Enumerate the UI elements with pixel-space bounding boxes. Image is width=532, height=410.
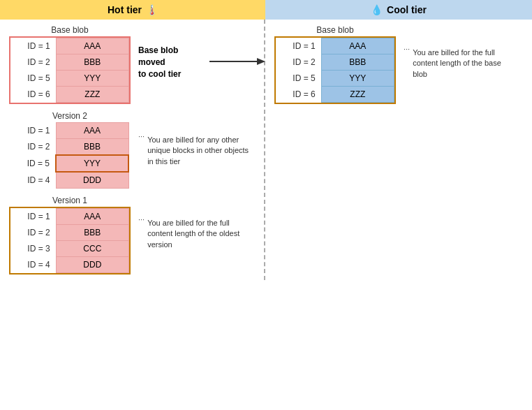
- hot-base-blob-wrapper: ID = 1 AAA ID = 2 BBB ID = 5 YYY ID =: [9, 36, 131, 104]
- row-value: CCC: [56, 241, 128, 257]
- table-row: ID = 1 AAA: [276, 38, 394, 54]
- cool-base-blob-wrapper: ID = 1 AAA ID = 2 BBB ID = 5 YYY ID =: [274, 36, 396, 104]
- left-panel: Base blob ID = 1 AAA ID = 2 BBB ID = 5: [7, 25, 265, 274]
- row-value: AAA: [56, 38, 128, 54]
- row-id: ID = 1: [276, 38, 321, 54]
- table-row: ID = 2 BBB: [10, 139, 128, 156]
- svg-marker-1: [257, 58, 265, 65]
- hot-tier-label: Hot tier: [108, 4, 142, 15]
- row-id: ID = 5: [276, 71, 321, 87]
- table-row: ID = 2 BBB: [276, 54, 394, 71]
- hot-base-blob-section: Base blob ID = 1 AAA ID = 2 BBB ID = 5: [7, 25, 265, 104]
- table-row: ID = 1 AAA: [10, 209, 129, 225]
- row-value: AAA: [321, 38, 394, 54]
- row-value: YYY: [56, 71, 128, 87]
- row-value: BBB: [56, 139, 128, 156]
- table-row: ID = 1 AAA: [10, 123, 128, 139]
- row-value: ZZZ: [321, 87, 394, 103]
- row-value: YYY: [321, 71, 394, 87]
- table-row: ID = 6 ZZZ: [276, 87, 394, 103]
- version1-section: Version 1 ID = 1 AAA ID = 2 BBB ID = 3: [7, 196, 265, 274]
- hot-base-blob-table-container: Base blob ID = 1 AAA ID = 2 BBB ID = 5: [7, 25, 133, 104]
- row-id: ID = 2: [10, 54, 56, 71]
- table-row: ID = 4 DDD: [10, 257, 129, 273]
- row-value: DDD: [56, 257, 128, 273]
- version1-table: ID = 1 AAA ID = 2 BBB ID = 3 CCC ID =: [10, 208, 129, 273]
- table-row: ID = 5 YYY: [10, 155, 128, 172]
- row-value: AAA: [56, 123, 128, 139]
- row-id: ID = 4: [10, 172, 56, 189]
- cool-base-blob-table: ID = 1 AAA ID = 2 BBB ID = 5 YYY ID =: [276, 38, 394, 103]
- row-id: ID = 5: [10, 71, 56, 87]
- version1-table-container: Version 1 ID = 1 AAA ID = 2 BBB ID = 3: [7, 196, 133, 274]
- version1-title: Version 1: [52, 196, 87, 205]
- base-blob-moved-annotation: Base blob movedto cool tier: [138, 45, 207, 80]
- main-content: Base blob ID = 1 AAA ID = 2 BBB ID = 5: [0, 20, 532, 280]
- row-value-highlighted: YYY: [56, 155, 128, 172]
- row-id: ID = 2: [276, 54, 321, 71]
- right-panel: Base blob ID = 1 AAA ID = 2 BBB ID = 5: [265, 25, 525, 274]
- row-value: BBB: [56, 225, 128, 241]
- hot-tier-header: Hot tier 🌡️: [0, 0, 265, 20]
- table-row: ID = 5 YYY: [276, 71, 394, 87]
- row-id: ID = 6: [10, 87, 56, 103]
- table-row: ID = 6 ZZZ: [10, 87, 129, 103]
- row-value: AAA: [56, 209, 128, 225]
- row-id: ID = 4: [10, 257, 56, 273]
- row-id: ID = 3: [10, 241, 56, 257]
- version2-title: Version 2: [52, 111, 87, 121]
- hot-icon: 🌡️: [146, 4, 158, 15]
- arrow-right: [209, 54, 265, 71]
- row-value: BBB: [56, 54, 128, 71]
- hot-base-blob-title: Base blob: [51, 25, 88, 35]
- row-id: ID = 2: [10, 225, 56, 241]
- row-id: ID = 1: [10, 38, 56, 54]
- cool-base-blob-container: Base blob ID = 1 AAA ID = 2 BBB ID = 5: [272, 25, 398, 104]
- cool-base-blob-title: Base blob: [316, 25, 353, 35]
- row-id: ID = 1: [10, 123, 56, 139]
- table-row: ID = 2 BBB: [10, 225, 129, 241]
- cool-icon: 💧: [371, 4, 383, 15]
- row-value: DDD: [56, 172, 128, 189]
- table-row: ID = 4 DDD: [10, 172, 128, 189]
- hot-base-blob-table: ID = 1 AAA ID = 2 BBB ID = 5 YYY ID =: [10, 38, 129, 103]
- version2-section: Version 2 ID = 1 AAA ID = 2 BBB ID = 5 Y…: [7, 111, 265, 189]
- row-id: ID = 2: [10, 139, 56, 156]
- cool-base-blob-annotation: You are billed for the full content leng…: [413, 45, 517, 80]
- row-id: ID = 5: [10, 155, 56, 172]
- version1-wrapper: ID = 1 AAA ID = 2 BBB ID = 3 CCC ID =: [9, 207, 131, 274]
- table-row: ID = 2 BBB: [10, 54, 129, 71]
- version2-table-container: Version 2 ID = 1 AAA ID = 2 BBB ID = 5 Y…: [7, 111, 133, 189]
- cool-base-blob-section: Base blob ID = 1 AAA ID = 2 BBB ID = 5: [272, 25, 525, 104]
- row-value: ZZZ: [56, 87, 128, 103]
- cool-tier-header: 💧 Cool tier: [265, 0, 532, 20]
- table-row: ID = 5 YYY: [10, 71, 129, 87]
- version1-annotation: You are billed for the full content leng…: [147, 215, 252, 250]
- table-row: ID = 1 AAA: [10, 38, 129, 54]
- version2-annotation: You are billed for any other unique bloc…: [147, 132, 252, 167]
- row-id: ID = 1: [10, 209, 56, 225]
- version2-table: ID = 1 AAA ID = 2 BBB ID = 5 YYY ID = 4 …: [10, 122, 129, 189]
- row-value: BBB: [321, 54, 394, 71]
- row-id: ID = 6: [276, 87, 321, 103]
- cool-tier-label: Cool tier: [387, 4, 427, 15]
- table-row: ID = 3 CCC: [10, 241, 129, 257]
